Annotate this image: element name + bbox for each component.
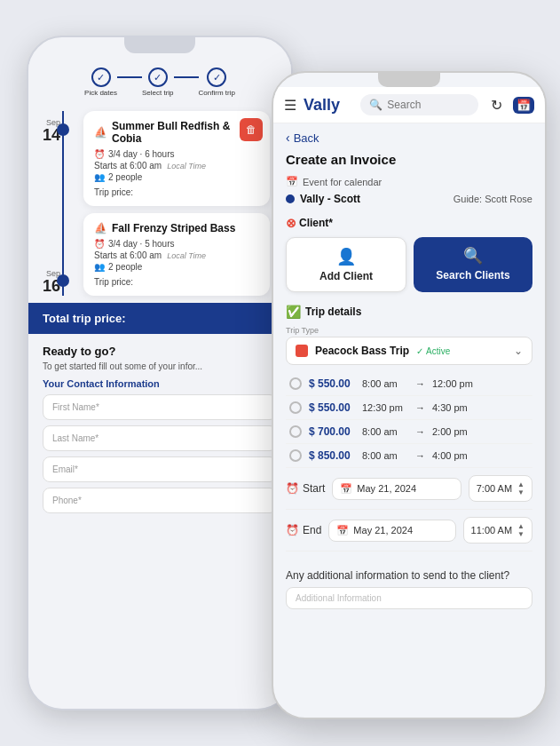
step-confirm-trip-icon: ✓: [207, 67, 226, 87]
last-name-field[interactable]: Last Name*: [43, 425, 277, 451]
first-name-field[interactable]: First Name*: [43, 394, 277, 420]
radio-1[interactable]: [289, 401, 302, 414]
invoice-title: Create an Invoice: [286, 152, 532, 167]
active-badge: ✓ Active: [416, 346, 450, 356]
delete-trip-1[interactable]: 🗑: [240, 118, 263, 141]
ready-section: Ready to go? To get started fill out som…: [28, 334, 291, 529]
back-nav[interactable]: ‹ Back: [273, 123, 545, 152]
time-slot-3[interactable]: $ 850.00 8:00 am → 4:00 pm: [286, 444, 532, 468]
end-label: ⏰ End: [286, 524, 321, 536]
trip-type-name: Peacock Bass Trip: [315, 345, 409, 357]
start-label: ⏰ Start: [286, 482, 325, 495]
trip-price-1: Trip price:: [94, 187, 259, 197]
vally-logo: Vally: [304, 96, 353, 115]
invoice-content: Create an Invoice 📅 Event for calendar V…: [273, 152, 545, 699]
red-square-icon: [296, 345, 308, 357]
step-select-trip-label: Select trip: [142, 89, 174, 97]
additional-section: Any additional information to send to th…: [286, 560, 532, 609]
radio-0[interactable]: [289, 377, 302, 390]
guide-text: Guide: Scott Rose: [454, 194, 532, 204]
phone-field[interactable]: Phone*: [43, 488, 277, 513]
price-0: $ 550.00: [309, 377, 355, 390]
arrow-1: →: [415, 402, 425, 413]
check-circle-icon: ✅: [286, 305, 301, 319]
phone-front: ☰ Vally 🔍 ↻ 📅 ‹ Back Create an Invoice 📅…: [272, 71, 547, 719]
back-chevron-icon: ‹: [286, 131, 290, 145]
email-field[interactable]: Email*: [43, 456, 277, 482]
price-2: $ 700.00: [309, 425, 355, 438]
trip-type-label: Trip Type: [286, 326, 532, 335]
end-1: 4:30 pm: [432, 402, 478, 413]
ready-title: Ready to go?: [43, 345, 277, 358]
hamburger-icon[interactable]: ☰: [284, 97, 296, 114]
end-time-stepper[interactable]: ▲▼: [517, 522, 525, 538]
price-1: $ 550.00: [309, 401, 355, 414]
price-3: $ 850.00: [309, 449, 355, 462]
time-slot-0[interactable]: $ 550.00 8:00 am → 12:00 pm: [286, 372, 532, 396]
start-time-stepper[interactable]: ▲▼: [517, 480, 525, 496]
start-date-field[interactable]: 📅 May 21, 2024: [332, 478, 461, 500]
trip-type-left: Peacock Bass Trip ✓ Active: [296, 345, 450, 357]
search-clients-label: Search Clients: [436, 269, 509, 282]
start-clock-icon: ⏰: [286, 482, 299, 495]
arrow-2: →: [415, 426, 425, 437]
step-line-1: [117, 76, 142, 78]
trip-people-2: 👥 2 people: [94, 262, 259, 272]
client-label: ⊗ Client*: [286, 216, 532, 230]
notch-back: [124, 37, 195, 53]
total-bar: Total trip price:: [28, 303, 291, 334]
search-bar[interactable]: 🔍: [360, 94, 478, 115]
radio-3[interactable]: [289, 449, 302, 462]
trip-type-select[interactable]: Peacock Bass Trip ✓ Active ⌄: [286, 337, 532, 365]
trip-start-1: Starts at 6:00 am Local Time: [94, 161, 259, 171]
blue-dot: [286, 194, 295, 203]
back-label: Back: [294, 131, 319, 145]
step-confirm-trip-label: Confirm trip: [199, 89, 235, 97]
calendar-header-icon[interactable]: 📅: [513, 97, 534, 114]
search-input[interactable]: [387, 99, 469, 111]
trip-details-section: ✅ Trip details Trip Type Peacock Bass Tr…: [286, 305, 532, 552]
calendar-start-icon: 📅: [340, 483, 352, 495]
clock-icon-2: ⏰: [94, 239, 105, 249]
client-error-icon: ⊗: [286, 216, 296, 230]
trip-title-1: ⛵ Summer Bull Redfish & Cobia: [94, 120, 259, 145]
additional-input[interactable]: Additional Information: [286, 587, 532, 609]
search-clients-icon: 🔍: [463, 246, 483, 266]
step-pick-dates: ✓ Pick dates: [84, 67, 117, 97]
step-pick-dates-icon: ✓: [91, 67, 111, 87]
arrow-0: →: [415, 378, 425, 389]
step-select-trip-icon: ✓: [148, 67, 168, 87]
search-clients-button[interactable]: 🔍 Search Clients: [414, 237, 532, 292]
notch-front: [378, 73, 440, 87]
refresh-icon[interactable]: ↻: [491, 97, 502, 114]
search-icon: 🔍: [369, 99, 383, 111]
start-3: 8:00 am: [362, 450, 408, 461]
event-section-label: 📅 Event for calendar: [286, 176, 532, 187]
steps-bar: ✓ Pick dates ✓ Select trip ✓ Confirm tri…: [28, 60, 291, 107]
end-2: 2:00 pm: [432, 426, 478, 437]
trip-duration-2: ⏰ 3/4 day · 5 hours: [94, 239, 259, 249]
radio-2[interactable]: [289, 425, 302, 438]
trip-people-1: 👥 2 people: [94, 172, 259, 182]
end-0: 12:00 pm: [432, 378, 478, 389]
event-name: Vally - Scott: [286, 193, 360, 205]
start-time-field[interactable]: 7:00 AM ▲▼: [469, 475, 532, 502]
add-client-button[interactable]: 👤 Add Client: [286, 237, 406, 292]
trip-details-header: ✅ Trip details: [286, 305, 532, 319]
end-time-field[interactable]: 11:00 AM ▲▼: [463, 517, 532, 544]
trip-price-2: Trip price:: [94, 277, 259, 287]
boat-icon-2: ⛵: [94, 222, 107, 234]
time-slot-2[interactable]: $ 700.00 8:00 am → 2:00 pm: [286, 420, 532, 444]
end-date-field[interactable]: 📅 May 21, 2024: [328, 520, 455, 542]
time-slot-1[interactable]: $ 550.00 12:30 pm → 4:30 pm: [286, 396, 532, 420]
checkmark-icon: ✓: [416, 346, 423, 356]
start-1: 12:30 pm: [362, 402, 408, 413]
boat-icon-1: ⛵: [94, 126, 107, 139]
client-buttons: 👤 Add Client 🔍 Search Clients: [286, 237, 532, 292]
arrow-3: →: [415, 450, 425, 461]
end-date-row: ⏰ End 📅 May 21, 2024 11:00 AM ▲▼: [286, 510, 532, 552]
start-2: 8:00 am: [362, 426, 408, 437]
end-clock-icon: ⏰: [286, 524, 299, 536]
app-header: ☰ Vally 🔍 ↻ 📅: [273, 87, 545, 123]
add-client-label: Add Client: [319, 270, 373, 282]
